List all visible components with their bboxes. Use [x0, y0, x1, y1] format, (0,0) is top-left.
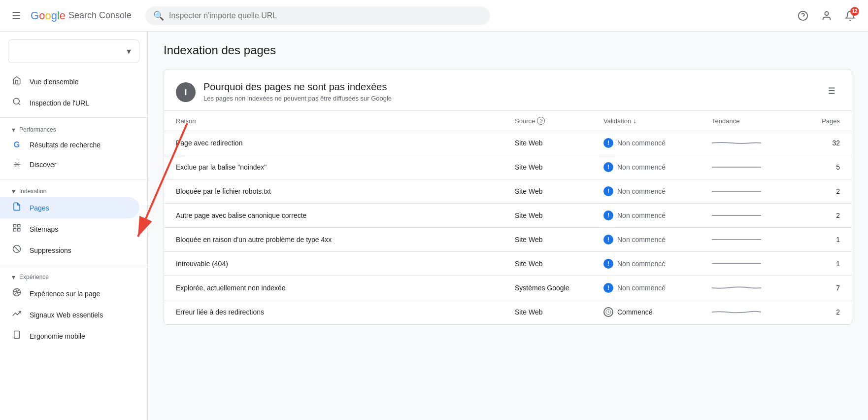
validation-text: Non commencé — [617, 139, 666, 147]
col-source-label: Source — [515, 117, 535, 125]
svg-point-3 — [13, 98, 19, 104]
table-header: Raison Source ? Validation ↓ Tendance Pa — [164, 111, 852, 131]
validation-cell: ! Non commencé — [603, 138, 712, 148]
sidebar-item-overview[interactable]: Vue d'ensemble — [0, 71, 139, 92]
card-header: i Pourquoi des pages ne sont pas indexée… — [164, 70, 852, 111]
validation-cell: ! Non commencé — [603, 186, 712, 196]
trend-line — [712, 188, 761, 194]
pages-cell: 32 — [801, 139, 840, 147]
table-row[interactable]: Bloquée par le fichier robots.txt Site W… — [164, 179, 852, 204]
col-reason-label: Raison — [176, 117, 196, 125]
sidebar-item-url-inspection[interactable]: Inspection de l'URL — [0, 92, 139, 113]
table-row[interactable]: Explorée, actuellement non indexée Systè… — [164, 276, 852, 300]
section-header-indexation[interactable]: ▾ Indexation — [0, 183, 147, 197]
pages-cell: 2 — [801, 211, 840, 219]
reason-cell: Introuvable (404) — [176, 260, 515, 268]
svg-rect-7 — [18, 229, 20, 231]
sidebar-item-label: Sitemaps — [30, 225, 58, 233]
warning-icon: ! — [603, 210, 613, 220]
help-button[interactable] — [793, 6, 813, 26]
table-row[interactable]: Exclue par la balise "noindex" Site Web … — [164, 155, 852, 179]
indexation-card: i Pourquoi des pages ne sont pas indexée… — [164, 69, 852, 325]
filter-button[interactable] — [821, 81, 840, 103]
table-row[interactable]: Introuvable (404) Site Web ! Non commenc… — [164, 252, 852, 276]
notifications-button[interactable]: 12 — [840, 6, 860, 26]
indexation-table: Raison Source ? Validation ↓ Tendance Pa — [164, 111, 852, 324]
sort-icon[interactable]: ↓ — [633, 117, 636, 125]
page-title: Indexation des pages — [164, 43, 852, 57]
menu-icon[interactable]: ☰ — [8, 6, 25, 26]
search-input[interactable] — [169, 11, 482, 20]
mobile-icon — [12, 330, 22, 342]
svg-rect-8 — [13, 229, 16, 231]
section-label: Expérience — [19, 274, 49, 280]
svg-line-10 — [14, 246, 20, 252]
section-label: Performances — [19, 126, 56, 133]
sidebar-item-mobile[interactable]: Ergonomie mobile — [0, 325, 139, 347]
warning-icon: ! — [603, 138, 613, 148]
section-header-performances[interactable]: ▾ Performances — [0, 122, 147, 136]
pages-cell: 7 — [801, 284, 840, 292]
divider — [0, 117, 147, 118]
reason-cell: Erreur liée à des redirections — [176, 308, 515, 316]
app-body: ▾ Vue d'ensemble Inspection de l'URL ▾ P… — [0, 32, 868, 420]
pages-cell: 1 — [801, 236, 840, 244]
chevron-icon: ▾ — [12, 273, 15, 281]
reason-cell: Page avec redirection — [176, 139, 515, 147]
discover-icon: ✳ — [12, 159, 22, 170]
site-selector[interactable]: ▾ — [8, 39, 139, 63]
validation-text: Non commencé — [617, 163, 666, 171]
validation-cell: ! Non commencé — [603, 162, 712, 172]
pages-cell: 2 — [801, 308, 840, 316]
reason-cell: Explorée, actuellement non indexée — [176, 284, 515, 292]
validation-text: Non commencé — [617, 211, 666, 219]
suppressions-icon — [12, 245, 22, 256]
sidebar-item-label: Vue d'ensemble — [30, 78, 78, 86]
account-button[interactable] — [817, 6, 836, 26]
pages-cell: 1 — [801, 260, 840, 268]
trend-cell — [712, 261, 801, 267]
header-actions: 12 — [793, 6, 860, 26]
validation-text: Non commencé — [617, 187, 666, 195]
search-bar[interactable]: 🔍 — [145, 6, 490, 25]
col-source: Source ? — [515, 117, 603, 125]
warning-icon: ! — [603, 283, 613, 293]
trend-line — [712, 285, 761, 291]
table-row[interactable]: Page avec redirection Site Web ! Non com… — [164, 131, 852, 155]
sidebar-item-web-vitals[interactable]: Signaux Web essentiels — [0, 304, 139, 325]
pages-icon — [12, 202, 22, 213]
sidebar-item-pages[interactable]: Pages — [0, 197, 139, 218]
validation-text: Non commencé — [617, 236, 666, 244]
col-validation: Validation ↓ — [603, 117, 712, 125]
sidebar-item-page-experience[interactable]: Expérience sur la page — [0, 283, 139, 304]
web-vitals-icon — [12, 309, 22, 320]
reason-cell: Bloquée par le fichier robots.txt — [176, 187, 515, 195]
col-trend: Tendance — [712, 117, 801, 125]
col-trend-label: Tendance — [712, 117, 739, 125]
col-reason: Raison — [176, 117, 515, 125]
trend-line — [712, 212, 761, 218]
sidebar-item-label: Ergonomie mobile — [30, 332, 85, 340]
source-help-icon[interactable]: ? — [537, 117, 545, 125]
source-cell: Site Web — [515, 139, 603, 147]
section-header-experience[interactable]: ▾ Expérience — [0, 269, 147, 283]
card-titles: Pourquoi des pages ne sont pas indexées … — [203, 81, 392, 102]
sidebar-item-label: Suppressions — [30, 246, 71, 254]
source-cell: Site Web — [515, 260, 603, 268]
sidebar-item-sitemaps[interactable]: Sitemaps — [0, 218, 139, 240]
trend-line — [712, 164, 761, 170]
sidebar-item-suppressions[interactable]: Suppressions — [0, 240, 139, 261]
reason-cell: Bloquée en raison d'un autre problème de… — [176, 236, 515, 244]
sidebar-item-search-results[interactable]: G Résultats de recherche — [0, 136, 139, 154]
sidebar-item-discover[interactable]: ✳ Discover — [0, 154, 139, 175]
svg-point-2 — [825, 11, 828, 15]
card-subtitle: Les pages non indexées ne peuvent pas êt… — [203, 95, 392, 102]
chevron-icon: ▾ — [12, 126, 15, 134]
table-row[interactable]: Bloquée en raison d'un autre problème de… — [164, 228, 852, 252]
main-content: Indexation des pages i Pourquoi des page… — [148, 32, 868, 420]
table-row[interactable]: Autre page avec balise canonique correct… — [164, 204, 852, 228]
clock-icon — [603, 307, 613, 317]
trend-cell — [712, 309, 801, 315]
table-row[interactable]: Erreur liée à des redirections Site Web … — [164, 300, 852, 324]
trend-cell — [712, 140, 801, 146]
